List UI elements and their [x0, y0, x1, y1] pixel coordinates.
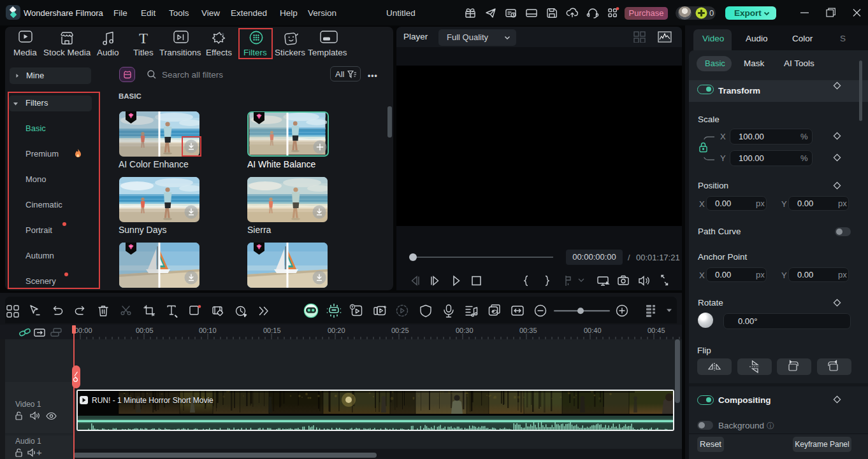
svg-text:00:30: 00:30 [456, 327, 474, 334]
svg-text:00:10: 00:10 [199, 327, 217, 334]
svg-text:Titles: Titles [133, 48, 154, 57]
svg-text:00:40: 00:40 [584, 327, 602, 334]
svg-text:Stickers: Stickers [275, 48, 305, 57]
svg-text:Transitions: Transitions [159, 48, 201, 57]
svg-text:00:05: 00:05 [136, 327, 154, 334]
svg-text:Stock Media: Stock Media [43, 48, 91, 57]
svg-text:00:20: 00:20 [328, 327, 345, 334]
svg-text:00:35: 00:35 [519, 327, 537, 334]
svg-text:00:45: 00:45 [647, 327, 665, 334]
svg-text:T: T [139, 31, 148, 46]
svg-text:Effects: Effects [206, 48, 232, 57]
svg-text:Templates: Templates [308, 48, 347, 57]
svg-text:00:15: 00:15 [263, 327, 281, 334]
svg-text:Audio: Audio [97, 48, 119, 57]
svg-text:00:25: 00:25 [391, 327, 409, 334]
svg-text:Media: Media [13, 48, 37, 57]
svg-text:00:00: 00:00 [75, 327, 92, 334]
